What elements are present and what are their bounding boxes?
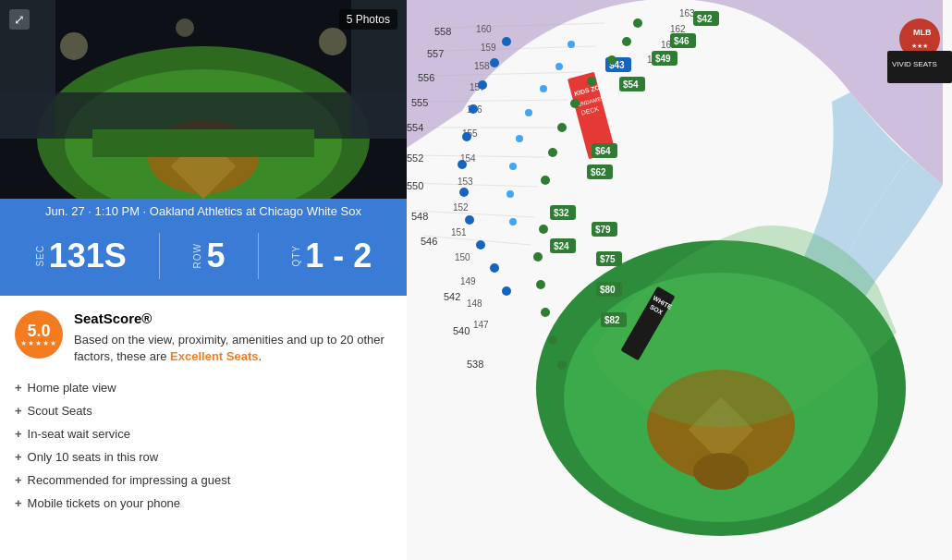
svg-point-102 [533,252,543,262]
svg-text:548: 548 [411,211,428,222]
divider-1 [159,233,160,279]
venue-photo: ⤢ 5 Photos [0,0,407,199]
svg-text:546: 546 [421,236,437,247]
svg-point-108 [555,63,563,70]
row-label: ROW [192,243,202,268]
svg-text:$75: $75 [600,254,616,264]
svg-text:160: 160 [476,24,492,34]
svg-text:$79: $79 [595,225,611,235]
svg-point-112 [509,163,517,170]
svg-text:$80: $80 [600,285,616,295]
svg-point-82 [502,37,511,46]
svg-point-113 [507,190,514,198]
svg-point-98 [557,123,567,132]
svg-text:150: 150 [455,252,470,262]
svg-rect-9 [92,129,314,157]
svg-text:$54: $54 [623,79,639,90]
divider-2 [258,233,259,279]
list-item: +Only 10 seats in this row [15,445,392,469]
svg-text:147: 147 [473,320,489,330]
svg-point-89 [465,215,474,225]
svg-text:$24: $24 [554,241,569,251]
seatscore-section: 5.0 ★★★★★ SeatScore® Based on the view, … [0,296,407,372]
list-item: +Home plate view [15,376,392,399]
svg-point-101 [539,225,548,234]
score-badge: 5.0 ★★★★★ [15,310,63,359]
svg-text:159: 159 [481,43,496,53]
stadium-map-container: 558 557 556 555 554 552 550 548 546 542 … [407,0,952,560]
svg-point-1 [60,32,88,60]
score-stars: ★★★★★ [20,339,57,347]
seatscore-description: Based on the view, proximity, amenities … [74,332,392,365]
svg-text:151: 151 [451,227,467,237]
score-content: SeatScore® Based on the view, proximity,… [74,310,392,365]
svg-point-92 [502,286,511,296]
svg-text:542: 542 [444,291,460,302]
svg-point-96 [587,77,596,86]
svg-text:153: 153 [458,177,473,187]
feature-plus-icon: + [15,473,22,487]
feature-plus-icon: + [15,404,22,418]
features-list: +Home plate view+Scout Seats+In-seat wai… [0,372,407,530]
svg-point-111 [516,135,523,142]
svg-point-100 [541,176,550,185]
feature-text: In-seat wait service [28,427,130,441]
svg-text:158: 158 [474,61,490,71]
list-item: +Scout Seats [15,399,392,422]
svg-point-103 [536,280,545,289]
qty-value: 1 - 2 [305,239,372,273]
svg-point-18 [693,453,749,490]
svg-text:557: 557 [427,48,444,59]
svg-point-85 [469,104,478,114]
svg-point-114 [509,218,517,225]
svg-text:$62: $62 [591,167,606,177]
svg-point-87 [458,160,467,169]
feature-plus-icon: + [15,496,22,510]
feature-plus-icon: + [15,427,22,441]
svg-text:538: 538 [467,359,483,370]
svg-text:550: 550 [407,180,423,191]
rating-suffix: . [258,349,262,363]
list-item: +In-seat wait service [15,422,392,445]
feature-text: Home plate view [28,381,116,395]
feature-plus-icon: + [15,381,22,395]
svg-point-90 [476,240,485,250]
seatscore-title: SeatScore® [74,310,392,326]
stadium-map-svg: 558 557 556 555 554 552 550 548 546 542 … [407,0,952,560]
svg-text:163: 163 [679,8,695,18]
expand-icon[interactable]: ⤢ [9,9,30,30]
svg-point-105 [548,335,557,345]
svg-point-2 [319,28,347,55]
svg-text:VIVID SEATS: VIVID SEATS [892,60,937,68]
section-label: SEC [35,245,45,267]
svg-text:556: 556 [418,72,434,83]
section-value: 131S [49,239,127,273]
svg-text:555: 555 [411,97,428,108]
qty-label: QTY [291,245,301,267]
feature-text: Only 10 seats in this row [28,450,159,464]
svg-text:540: 540 [453,325,470,336]
feature-text: Recommended for impressing a guest [28,473,231,487]
feature-plus-icon: + [15,450,22,464]
row-detail: ROW 5 [192,239,225,273]
svg-point-93 [633,18,642,28]
svg-text:MLB: MLB [913,28,932,37]
feature-text: Scout Seats [28,404,92,418]
svg-text:552: 552 [407,152,423,164]
left-panel: ⤢ 5 Photos Jun. 27 · 1:10 PM · Oakland A… [0,0,407,560]
svg-point-86 [462,132,471,141]
row-value: 5 [206,239,225,273]
svg-text:152: 152 [453,202,469,213]
svg-text:$46: $46 [674,36,690,46]
svg-point-88 [459,188,469,197]
excellent-seats-badge: Excellent Seats [170,349,258,363]
svg-text:$42: $42 [697,14,713,24]
svg-point-104 [541,308,550,317]
game-info-bar: Jun. 27 · 1:10 PM · Oakland Athletics at… [0,199,407,224]
svg-point-106 [557,360,567,370]
seat-details: SEC 131S ROW 5 QTY 1 - 2 [0,224,407,296]
svg-point-110 [525,109,532,116]
photos-badge[interactable]: 5 Photos [339,9,397,30]
list-item: +Recommended for impressing a guest [15,469,392,492]
venue-photo-background [0,0,407,199]
